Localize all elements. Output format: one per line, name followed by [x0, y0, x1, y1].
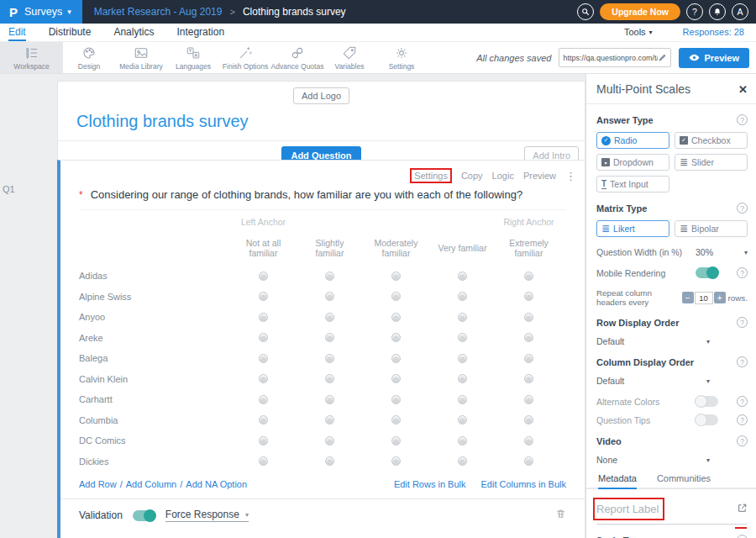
- toolbar-item-variables[interactable]: Variables: [323, 42, 375, 73]
- radio-button[interactable]: [458, 272, 467, 281]
- add-column-link[interactable]: Add Column: [126, 479, 177, 489]
- column-header[interactable]: Not at all familiar: [230, 230, 297, 266]
- product-switcher[interactable]: P Surveys ▾: [0, 0, 82, 24]
- validation-type-dropdown[interactable]: Force Response ▾: [165, 509, 249, 522]
- radio-button[interactable]: [524, 415, 533, 425]
- radio-button[interactable]: [458, 313, 467, 322]
- radio-button[interactable]: [325, 436, 334, 446]
- radio-button[interactable]: [391, 456, 401, 466]
- radio-button[interactable]: [458, 374, 467, 383]
- radio-button[interactable]: [458, 456, 467, 466]
- column-header[interactable]: Very familiar: [429, 230, 496, 266]
- action-preview[interactable]: Preview: [523, 171, 556, 181]
- responses-count[interactable]: Responses: 28: [683, 27, 744, 37]
- row-label[interactable]: Carhartt: [79, 394, 230, 404]
- help-icon[interactable]: ?: [737, 114, 748, 125]
- video-dropdown[interactable]: None ▾: [596, 455, 710, 465]
- upgrade-now-button[interactable]: Upgrade Now: [600, 3, 680, 20]
- radio-button[interactable]: [325, 333, 334, 342]
- notifications-button[interactable]: [709, 3, 726, 20]
- tab-metadata[interactable]: Metadata: [598, 473, 637, 489]
- row-label[interactable]: Dickies: [79, 456, 230, 467]
- radio-button[interactable]: [259, 456, 268, 466]
- radio-button[interactable]: [458, 395, 467, 404]
- tab-communities[interactable]: Communities: [657, 473, 711, 488]
- radio-button[interactable]: [391, 354, 401, 363]
- search-button[interactable]: [577, 3, 594, 20]
- row-label[interactable]: Balega: [79, 353, 230, 363]
- row-label[interactable]: Calvin Klein: [79, 374, 230, 384]
- radio-button[interactable]: [259, 374, 268, 383]
- radio-button[interactable]: [524, 436, 533, 446]
- radio-button[interactable]: [325, 395, 334, 404]
- menu-item-analytics[interactable]: Analytics: [113, 26, 154, 40]
- report-label-field[interactable]: Report Label: [596, 498, 748, 525]
- row-display-order-dropdown[interactable]: Default ▾: [596, 336, 710, 346]
- radio-button[interactable]: [259, 313, 268, 322]
- plus-button[interactable]: +: [714, 292, 726, 303]
- radio-button[interactable]: [259, 272, 268, 281]
- radio-button[interactable]: [391, 272, 401, 281]
- minus-button[interactable]: −: [682, 292, 694, 303]
- radio-button[interactable]: [458, 354, 467, 363]
- chevron-down-icon[interactable]: ▾: [744, 249, 748, 256]
- avatar[interactable]: A: [732, 3, 748, 20]
- radio-button[interactable]: [325, 456, 334, 466]
- toolbar-item-design[interactable]: Design: [63, 42, 115, 73]
- radio-button[interactable]: [391, 436, 401, 446]
- help-icon[interactable]: ?: [737, 203, 748, 214]
- row-label[interactable]: Areke: [79, 333, 230, 343]
- action-settings[interactable]: Settings: [414, 171, 448, 181]
- radio-button[interactable]: [524, 374, 533, 383]
- radio-button[interactable]: [391, 333, 401, 342]
- help-button[interactable]: ?: [686, 3, 703, 20]
- expand-edit-icon[interactable]: [737, 502, 748, 517]
- radio-button[interactable]: [259, 415, 268, 425]
- answer-type-slider[interactable]: ≣Slider: [675, 154, 748, 171]
- help-icon[interactable]: ?: [737, 267, 748, 278]
- radio-button[interactable]: [391, 313, 401, 322]
- radio-button[interactable]: [259, 395, 268, 404]
- toolbar-item-workspace[interactable]: Workspace: [0, 42, 63, 73]
- radio-button[interactable]: [259, 436, 268, 446]
- edit-rows-in-bulk-link[interactable]: Edit Rows in Bulk: [394, 479, 466, 489]
- radio-button[interactable]: [391, 292, 401, 301]
- radio-button[interactable]: [524, 313, 533, 322]
- answer-type-radio[interactable]: ✓Radio: [596, 132, 669, 149]
- column-header[interactable]: Extremely familiar: [496, 230, 562, 266]
- pencil-icon[interactable]: [658, 53, 667, 62]
- row-label[interactable]: Adidas: [79, 271, 230, 281]
- radio-button[interactable]: [458, 333, 467, 342]
- tools-menu[interactable]: Tools▾: [624, 27, 653, 37]
- radio-button[interactable]: [325, 374, 334, 383]
- validation-toggle[interactable]: [133, 510, 155, 521]
- radio-button[interactable]: [325, 313, 334, 322]
- radio-button[interactable]: [524, 292, 533, 301]
- kebab-menu-icon[interactable]: ⋮: [565, 170, 576, 182]
- close-icon[interactable]: ✕: [738, 83, 748, 96]
- menu-item-integration[interactable]: Integration: [176, 26, 224, 40]
- toolbar-item-settings[interactable]: Settings: [375, 42, 428, 73]
- repeat-headers-value[interactable]: 10: [695, 292, 713, 304]
- toolbar-item-finish-options[interactable]: Finish Options: [219, 42, 271, 73]
- row-label[interactable]: Columbia: [79, 415, 230, 425]
- preview-button[interactable]: Preview: [679, 48, 749, 68]
- row-label[interactable]: Anyoo: [79, 312, 230, 322]
- add-row-link[interactable]: Add Row: [79, 479, 117, 489]
- radio-button[interactable]: [259, 354, 268, 363]
- help-icon[interactable]: ?: [737, 317, 748, 328]
- add-na-option-link[interactable]: Add NA Option: [186, 479, 247, 489]
- toolbar-item-advance-quotas[interactable]: Advance Quotas: [271, 42, 323, 73]
- radio-button[interactable]: [391, 374, 401, 383]
- radio-button[interactable]: [325, 415, 334, 425]
- column-header[interactable]: Slightly familiar: [297, 230, 363, 266]
- action-logic[interactable]: Logic: [492, 171, 514, 181]
- question-tips-toggle[interactable]: [696, 414, 718, 425]
- answer-type-dropdown[interactable]: ▾Dropdown: [596, 154, 669, 171]
- menu-item-edit[interactable]: Edit: [8, 26, 26, 41]
- help-icon[interactable]: ?: [737, 535, 748, 538]
- row-label[interactable]: DC Comics: [79, 435, 230, 446]
- column-header[interactable]: Moderately familiar: [363, 230, 429, 266]
- radio-button[interactable]: [524, 456, 533, 466]
- radio-button[interactable]: [524, 272, 533, 281]
